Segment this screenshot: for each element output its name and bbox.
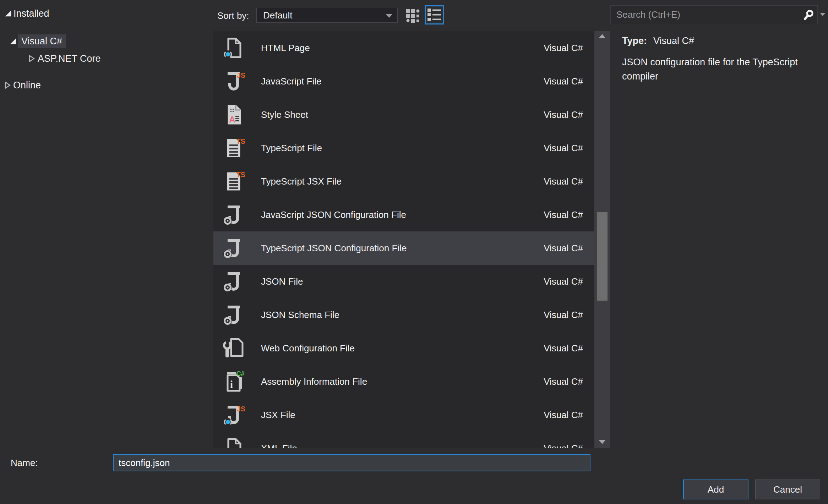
type-value: Visual C# — [653, 35, 694, 46]
template-language: Visual C# — [544, 309, 583, 321]
scrollbar[interactable] — [594, 31, 610, 448]
info-panel: Type:Visual C# JSON configuration file f… — [622, 35, 823, 83]
chevron-down-icon — [386, 14, 392, 18]
search-input[interactable] — [611, 9, 803, 20]
tree-item-label: ASP.NET Core — [34, 52, 104, 66]
template-list-item[interactable]: JSON Schema File Visual C# — [213, 298, 594, 332]
template-list-item[interactable]: JavaScript JSON Configuration File Visua… — [213, 198, 594, 231]
template-name: JSX File — [261, 410, 295, 421]
typescript-file-icon: TS — [223, 137, 245, 159]
tree-item-visual-c-[interactable]: Visual C# — [0, 34, 213, 49]
template-list-item[interactable]: TS TypeScript JSX File Visual C# — [213, 165, 594, 198]
template-list-item[interactable]: TypeScript JSON Configuration File Visua… — [213, 231, 594, 265]
svg-text:TS: TS — [236, 137, 245, 145]
template-language: Visual C# — [544, 443, 583, 449]
template-name: Assembly Information File — [261, 376, 367, 387]
type-label: Type: — [622, 35, 647, 46]
template-language: Visual C# — [544, 109, 583, 120]
json-config-icon — [223, 303, 245, 326]
template-language: Visual C# — [544, 243, 583, 254]
template-language: Visual C# — [544, 209, 583, 220]
jsx-file-icon: JS — [223, 404, 245, 426]
search-box — [610, 5, 818, 24]
tree-item-installed[interactable]: Installed — [0, 6, 213, 21]
template-language: Visual C# — [544, 76, 583, 87]
style-sheet-icon: A — [223, 103, 245, 126]
cancel-button[interactable]: Cancel — [755, 480, 820, 499]
tree-item-label: Installed — [10, 7, 53, 21]
json-config-icon — [223, 237, 245, 259]
template-name: TypeScript JSX File — [261, 176, 342, 187]
list-view-button[interactable] — [425, 5, 444, 24]
template-name: JSON File — [261, 276, 303, 287]
template-list-item[interactable]: i C# Assembly Information File Visual C# — [213, 365, 594, 398]
template-language: Visual C# — [544, 143, 583, 154]
template-language: Visual C# — [544, 343, 583, 354]
search-options-chevron-icon[interactable] — [820, 13, 826, 16]
expanded-triangle-icon[interactable] — [9, 38, 17, 44]
svg-text:JS: JS — [237, 405, 245, 413]
template-list-item[interactable]: XML File Visual C# — [213, 432, 594, 448]
grid-view-button[interactable] — [405, 8, 423, 24]
typescript-file-icon: TS — [223, 170, 245, 193]
template-list-item[interactable]: JSON File Visual C# — [213, 265, 594, 298]
tree-item-label: Visual C# — [18, 34, 66, 48]
grid-view-icon — [406, 9, 421, 23]
tree-item-online[interactable]: Online — [0, 78, 213, 93]
template-name: XML File — [261, 443, 297, 449]
assembly-info-icon: i C# — [223, 370, 245, 393]
template-list-item[interactable]: JS JavaScript File Visual C# — [213, 65, 594, 98]
web-config-icon — [223, 337, 245, 360]
scroll-thumb[interactable] — [597, 212, 608, 301]
template-name: Style Sheet — [261, 109, 308, 120]
template-list-item[interactable]: Web Configuration File Visual C# — [213, 332, 594, 365]
scroll-down-arrow[interactable] — [599, 440, 606, 444]
svg-text:JS: JS — [237, 71, 245, 79]
svg-text:A: A — [229, 115, 235, 124]
svg-text:C#: C# — [236, 370, 244, 377]
template-language: Visual C# — [544, 43, 583, 54]
template-name: JavaScript JSON Configuration File — [261, 209, 406, 220]
add-new-item-dialog: Sort by: Default — [0, 0, 828, 504]
template-language: Visual C# — [544, 276, 583, 287]
svg-text:i: i — [230, 378, 233, 390]
template-name: Web Configuration File — [261, 343, 355, 354]
template-list-item[interactable]: A Style Sheet Visual C# — [213, 98, 594, 131]
file-name-input[interactable] — [113, 454, 590, 471]
xml-file-icon — [223, 437, 245, 448]
template-name: JSON Schema File — [261, 309, 339, 321]
sort-by-label: Sort by: — [217, 0, 249, 31]
template-name: TypeScript File — [261, 143, 322, 154]
search-icon[interactable] — [803, 10, 814, 20]
add-button[interactable]: Add — [683, 480, 748, 499]
sort-by-value: Default — [263, 10, 292, 21]
svg-text:TS: TS — [236, 171, 245, 179]
template-name: JavaScript File — [261, 76, 322, 87]
json-config-icon — [223, 203, 245, 226]
category-tree: Installed Visual C# ASP.NET Core Online — [0, 0, 213, 448]
json-config-icon — [223, 270, 245, 293]
template-list-item[interactable]: HTML Page Visual C# — [213, 31, 594, 65]
template-name: HTML Page — [261, 43, 310, 54]
template-list-item[interactable]: JS JSX File Visual C# — [213, 398, 594, 432]
template-list: HTML Page Visual C# JS JavaScript File V… — [213, 31, 610, 448]
javascript-file-icon: JS — [223, 70, 245, 93]
scroll-up-arrow[interactable] — [599, 34, 606, 38]
name-label: Name: — [11, 454, 38, 471]
html-page-icon — [223, 37, 245, 59]
list-view-icon — [427, 9, 441, 21]
template-language: Visual C# — [544, 410, 583, 421]
template-list-item[interactable]: TS TypeScript File Visual C# — [213, 131, 594, 165]
tree-item-asp-net-core[interactable]: ASP.NET Core — [0, 51, 213, 66]
template-language: Visual C# — [544, 176, 583, 187]
template-name: TypeScript JSON Configuration File — [261, 243, 407, 254]
sort-by-dropdown[interactable]: Default — [256, 8, 398, 23]
tree-item-label: Online — [10, 78, 44, 92]
template-language: Visual C# — [544, 376, 583, 387]
template-description: JSON configuration file for the TypeScri… — [622, 55, 823, 83]
